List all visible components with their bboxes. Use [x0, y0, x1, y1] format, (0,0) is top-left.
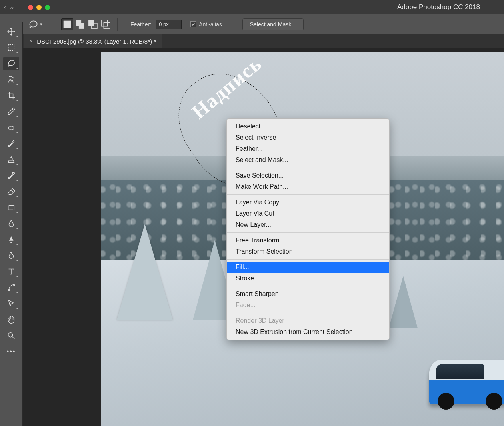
selection-mode-group: [61, 18, 112, 30]
context-menu-item[interactable]: Stroke...: [227, 273, 389, 284]
context-menu-item[interactable]: Feather...: [227, 143, 389, 154]
spot-heal-tool[interactable]: [3, 121, 19, 134]
blur-tool[interactable]: [3, 217, 19, 230]
context-menu-item: Fade...: [227, 300, 389, 311]
document-tab-strip: × DSCF2903.jpg @ 33,3% (Layer 1, RGB/8*)…: [0, 34, 504, 48]
svg-point-11: [9, 254, 14, 258]
pen-tool[interactable]: [3, 249, 19, 262]
context-menu-item[interactable]: New 3D Extrusion from Current Selection: [227, 326, 389, 338]
context-menu-item[interactable]: Transform Selection: [227, 246, 389, 257]
selection-subtract-button[interactable]: [87, 18, 99, 30]
eraser-tool[interactable]: [3, 185, 19, 198]
anti-alias-checkbox[interactable]: ✓ Anti-alias: [190, 21, 222, 28]
context-menu-item[interactable]: Select Inverse: [227, 132, 389, 143]
selection-add-button[interactable]: [74, 18, 86, 30]
anti-alias-label: Anti-alias: [199, 21, 222, 28]
brush-tool[interactable]: [3, 137, 19, 150]
context-menu-item: Render 3D Layer: [227, 315, 389, 326]
select-and-mask-button[interactable]: Select and Mask...: [242, 18, 304, 30]
active-tool-indicator[interactable]: ▾: [28, 20, 42, 29]
context-menu-separator: [227, 168, 389, 168]
car-object: [429, 360, 504, 404]
window-controls: [28, 5, 50, 10]
app-title: Adobe Photoshop CC 2018: [397, 3, 480, 11]
context-menu-item[interactable]: Make Work Path...: [227, 181, 389, 192]
context-menu-separator: [227, 194, 389, 195]
svg-point-14: [8, 333, 13, 337]
feather-label: Feather:: [130, 21, 151, 28]
dodge-tool[interactable]: [3, 233, 19, 246]
document-tab[interactable]: × DSCF2903.jpg @ 33,3% (Layer 1, RGB/8*)…: [24, 34, 162, 48]
context-menu-item[interactable]: Fill...: [227, 262, 389, 273]
svg-rect-5: [101, 20, 108, 26]
hand-tool[interactable]: [3, 313, 19, 326]
svg-rect-6: [104, 22, 110, 29]
context-menu-item[interactable]: Smart Sharpen: [227, 288, 389, 300]
clone-stamp-tool[interactable]: [3, 153, 19, 166]
direct-select-tool[interactable]: [3, 297, 19, 310]
close-tab-icon[interactable]: ×: [30, 38, 33, 44]
tab-controls: × ››: [0, 0, 17, 14]
maximize-window-button[interactable]: [45, 5, 50, 10]
divider: [228, 18, 228, 31]
context-menu-item[interactable]: Select and Mask...: [227, 154, 389, 166]
tab-close-icon[interactable]: ×: [3, 4, 6, 10]
eyedropper-tool[interactable]: [3, 105, 19, 118]
lasso-icon: [28, 20, 38, 29]
history-brush-tool[interactable]: [3, 169, 19, 182]
marquee-tool[interactable]: [3, 41, 19, 54]
gradient-tool[interactable]: [3, 201, 19, 214]
context-menu-separator: [227, 313, 389, 313]
context-menu-item[interactable]: Save Selection...: [227, 170, 389, 181]
crop-tool[interactable]: [3, 89, 19, 102]
svg-rect-2: [79, 23, 84, 28]
options-bar: ▾ Feather: ✓ Anti-alias Select and Mask.…: [0, 14, 504, 34]
minimize-window-button[interactable]: [36, 5, 42, 10]
context-menu-item[interactable]: Deselect: [227, 121, 389, 132]
zoom-tool[interactable]: [3, 329, 19, 342]
context-menu-separator: [227, 286, 389, 286]
divider: [48, 18, 48, 31]
checkbox-icon: ✓: [190, 21, 196, 27]
context-menu-item[interactable]: New Layer...: [227, 219, 389, 230]
context-menu-item[interactable]: Free Transform: [227, 235, 389, 246]
move-tool[interactable]: [3, 25, 19, 38]
chevron-down-icon: ▾: [40, 22, 42, 27]
svg-rect-7: [8, 45, 14, 51]
more-tools-button[interactable]: •••: [3, 345, 19, 358]
selection-intersect-button[interactable]: [100, 18, 112, 30]
context-menu-separator: [227, 259, 389, 260]
quick-select-tool[interactable]: [3, 73, 19, 86]
feather-input[interactable]: [156, 20, 182, 29]
tools-panel: •••: [0, 22, 23, 426]
svg-rect-8: [8, 127, 14, 129]
tab-expand-icon[interactable]: ››: [10, 4, 14, 10]
divider: [117, 18, 118, 31]
document-tab-title: DSCF2903.jpg @ 33,3% (Layer 1, RGB/8*) *: [37, 38, 156, 45]
context-menu-item[interactable]: Layer Via Copy: [227, 197, 389, 208]
svg-rect-0: [64, 20, 71, 28]
lasso-tool[interactable]: [3, 57, 19, 70]
title-bar: × ›› Adobe Photoshop CC 2018: [0, 0, 504, 14]
selection-new-button[interactable]: [61, 18, 73, 30]
context-menu: DeselectSelect InverseFeather...Select a…: [226, 118, 390, 340]
path-select-tool[interactable]: [3, 281, 19, 294]
close-window-button[interactable]: [28, 5, 33, 10]
type-tool[interactable]: [3, 265, 19, 278]
context-menu-item[interactable]: Layer Via Cut: [227, 208, 389, 219]
context-menu-separator: [227, 232, 389, 233]
